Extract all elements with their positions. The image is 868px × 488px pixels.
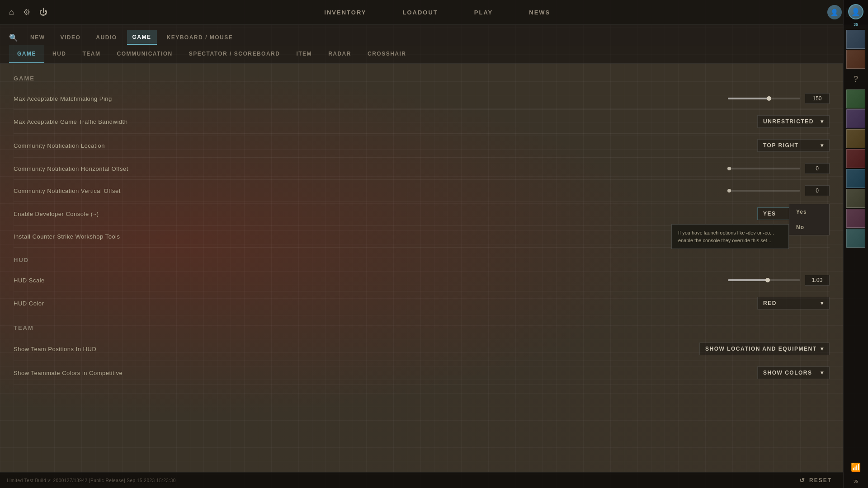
settings-tabs-row: 🔍 NEW VIDEO AUDIO GAME KEYBOARD / MOUSE (0, 25, 843, 45)
notif-v-slider-container: 0 (728, 185, 830, 196)
sidebar-friend-4[interactable] (846, 109, 865, 128)
setting-label-notif-v-offset: Community Notification Vertical Offset (14, 188, 121, 194)
tab-video[interactable]: VIDEO (55, 31, 86, 44)
settings-icon[interactable]: ⚙ (23, 7, 30, 17)
right-sidebar: 👤 35 ? 📶 35 (843, 0, 868, 488)
setting-control-hud-color: RED ▾ (712, 297, 830, 310)
team-positions-dropdown[interactable]: SHOW LOCATION AND EQUIPMENT ▾ (699, 343, 830, 355)
notif-location-dropdown[interactable]: TOP RIGHT ▾ (757, 139, 830, 152)
subtab-item[interactable]: ITEM (288, 45, 320, 63)
ping-slider-track[interactable] (728, 98, 800, 99)
nav-news[interactable]: NEWS (529, 7, 550, 18)
reset-label: RESET (809, 477, 832, 483)
subtab-spectator[interactable]: SPECTATOR / SCOREBOARD (181, 45, 288, 63)
bottom-bar: Limited Test Build v: 2000127/13942 [Pub… (0, 472, 843, 488)
dev-console-dropdown-popup: Yes No (789, 204, 830, 235)
hud-scale-slider-fill (728, 279, 768, 281)
setting-row-bandwidth: Max Acceptable Game Traffic Bandwidth UN… (14, 110, 830, 134)
nav-inventory[interactable]: INVENTORY (324, 7, 366, 18)
dev-console-option-yes[interactable]: Yes (789, 204, 829, 220)
sidebar-friend-2[interactable] (846, 50, 865, 69)
hud-color-dropdown-arrow: ▾ (821, 300, 824, 306)
setting-label-ping: Max Acceptable Matchmaking Ping (14, 95, 112, 102)
hud-section-header: Hud (14, 257, 830, 267)
subtab-hud[interactable]: HUD (44, 45, 75, 63)
hud-scale-slider-value: 1.00 (805, 275, 830, 286)
ping-slider-container: 150 (728, 93, 830, 104)
sidebar-count: 35 (854, 479, 858, 483)
tab-keyboard-mouse[interactable]: KEYBOARD / MOUSE (161, 31, 239, 44)
setting-row-dev-console: Enable Developer Console (~) YES ▾ (14, 202, 830, 226)
build-version-text: Limited Test Build v: 2000127/13942 [Pub… (7, 478, 176, 483)
teammate-colors-dropdown-arrow: ▾ (821, 370, 824, 376)
game-section-header: Game (14, 75, 830, 85)
subtab-team[interactable]: TEAM (75, 45, 109, 63)
subtab-crosshair[interactable]: CROSSHAIR (359, 45, 415, 63)
notif-h-slider-thumb[interactable] (727, 167, 731, 170)
setting-row-notif-location: Community Notification Location TOP RIGH… (14, 134, 830, 158)
team-section-header: Team (14, 324, 830, 335)
team-positions-dropdown-arrow: ▾ (821, 346, 824, 352)
hud-color-dropdown[interactable]: RED ▾ (757, 297, 830, 310)
ping-slider-fill (728, 98, 769, 99)
dev-console-option-no[interactable]: No (789, 220, 829, 235)
sidebar-friend-7[interactable] (846, 169, 865, 188)
settings-search-button[interactable]: 🔍 (9, 33, 18, 42)
tab-game[interactable]: GAME (127, 30, 157, 45)
tab-audio[interactable]: AUDIO (90, 31, 122, 44)
online-count: 35 (854, 22, 858, 27)
sidebar-notification-icon[interactable]: 📶 (846, 458, 865, 477)
sidebar-friend-9[interactable] (846, 209, 865, 228)
subtab-radar[interactable]: RADAR (320, 45, 359, 63)
bandwidth-dropdown[interactable]: UNRESTRICTED ▾ (757, 115, 830, 128)
nav-play[interactable]: PLAY (474, 7, 493, 18)
sidebar-question-icon[interactable]: ? (846, 70, 865, 89)
notif-v-slider-track[interactable] (728, 190, 800, 192)
notif-v-slider-thumb[interactable] (727, 189, 731, 192)
reset-button[interactable]: ↺ RESET (795, 474, 836, 486)
setting-label-team-positions: Show Team Positions In HUD (14, 346, 96, 352)
sidebar-friend-3[interactable] (846, 89, 865, 108)
notif-location-dropdown-arrow: ▾ (821, 142, 824, 149)
subtab-communication[interactable]: COMMUNICATION (109, 45, 181, 63)
hud-scale-slider-track[interactable] (728, 279, 800, 281)
notif-h-slider-container: 0 (728, 163, 830, 174)
sidebar-friend-6[interactable] (846, 149, 865, 168)
setting-control-notif-location: TOP RIGHT ▾ (712, 139, 830, 152)
current-user-avatar[interactable]: 👤 (848, 4, 863, 19)
setting-label-notif-location: Community Notification Location (14, 142, 105, 149)
setting-control-notif-h-offset: 0 (712, 163, 830, 174)
setting-control-notif-v-offset: 0 (712, 185, 830, 196)
setting-control-team-positions: SHOW LOCATION AND EQUIPMENT ▾ (699, 343, 830, 355)
teammate-colors-dropdown[interactable]: SHOW COLORS ▾ (757, 366, 830, 379)
setting-label-bandwidth: Max Acceptable Game Traffic Bandwidth (14, 118, 127, 125)
nav-loadout[interactable]: LOADOUT (402, 7, 438, 18)
setting-label-notif-h-offset: Community Notification Horizontal Offset (14, 165, 128, 172)
setting-row-hud-scale: HUD Scale 1.00 (14, 269, 830, 291)
sidebar-friend-8[interactable] (846, 189, 865, 208)
ping-slider-thumb[interactable] (767, 96, 771, 101)
sidebar-friend-1[interactable] (846, 30, 865, 49)
sidebar-friend-10[interactable] (846, 229, 865, 248)
setting-row-hud-color: HUD Color RED ▾ (14, 291, 830, 315)
content-area: 🔍 NEW VIDEO AUDIO GAME KEYBOARD / MOUSE … (0, 25, 843, 488)
power-icon[interactable]: ⏻ (39, 8, 47, 17)
workshop-tooltip-text: If you have launch options like -dev or … (678, 230, 774, 243)
subtab-game[interactable]: GAME (9, 45, 44, 63)
settings-area-wrapper: Game Max Acceptable Matchmaking Ping 150 (0, 64, 843, 488)
notif-h-slider-track[interactable] (728, 168, 800, 169)
home-icon[interactable]: ⌂ (9, 8, 14, 17)
teammate-colors-dropdown-value: SHOW COLORS (763, 370, 812, 376)
main-wrapper: ⌂ ⚙ ⏻ INVENTORY LOADOUT PLAY NEWS 👤 20 👤… (0, 0, 868, 488)
setting-control-teammate-colors: SHOW COLORS ▾ (712, 366, 830, 379)
hud-scale-slider-thumb[interactable] (765, 278, 770, 282)
user-avatar[interactable]: 👤 (827, 5, 842, 19)
top-nav: ⌂ ⚙ ⏻ INVENTORY LOADOUT PLAY NEWS 👤 20 (0, 0, 868, 25)
hud-scale-slider-container: 1.00 (728, 275, 830, 286)
dev-console-dropdown-value: YES (763, 211, 776, 217)
sidebar-friend-5[interactable] (846, 129, 865, 148)
notif-v-slider-value: 0 (805, 185, 830, 196)
top-nav-center: INVENTORY LOADOUT PLAY NEWS (324, 7, 550, 18)
setting-control-bandwidth: UNRESTRICTED ▾ (712, 115, 830, 128)
tab-new[interactable]: NEW (25, 31, 51, 44)
